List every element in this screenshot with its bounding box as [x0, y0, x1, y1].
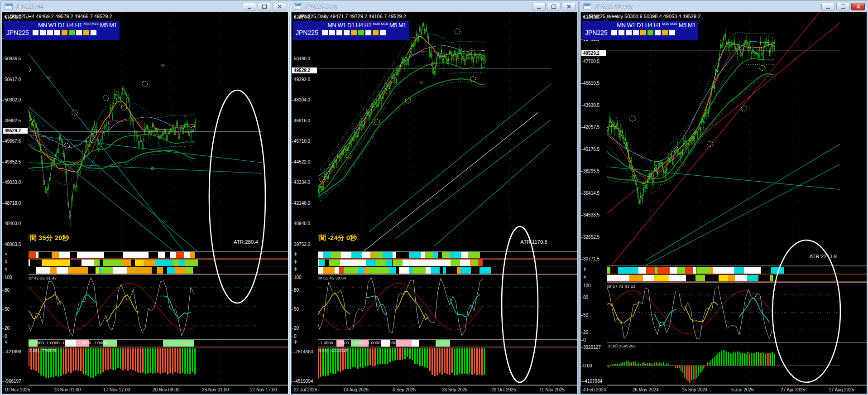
window-titlebar[interactable]: JPN225,Weekly	[580, 1, 868, 12]
timeframe-buttons[interactable]: MN W1 D1 H4 H1 M30 M15 M5 M1	[4, 21, 120, 29]
chart-window: JPN225,Weekly ▼JPN225,Weekly 50300.9 503…	[579, 0, 868, 395]
timeframe-labels-tail[interactable]: M5 M1	[389, 22, 406, 29]
date-tick: 25 Nov 01:00	[202, 387, 229, 392]
maximize-button[interactable]	[547, 3, 561, 10]
timeframe-square[interactable]	[669, 30, 675, 35]
symbol-panel: MN W1 D1 H4 H1 M30 M15 M5 M1 JPN225	[293, 21, 409, 40]
close-button[interactable]	[562, 3, 575, 10]
price-tick: 49292.0	[294, 77, 310, 82]
timeframe-square[interactable]	[344, 30, 350, 35]
date-tick: 17 Aug 2025	[829, 387, 854, 392]
timeframe-square[interactable]	[373, 30, 379, 35]
maximize-button[interactable]	[836, 3, 850, 10]
close-button[interactable]	[851, 3, 865, 10]
date-tick: 13 Aug 2025	[343, 387, 369, 392]
timeframe-square[interactable]	[640, 30, 646, 35]
oscillator-tick: 0	[294, 334, 297, 339]
price-tick: 40176.5	[583, 147, 599, 152]
timeframe-square[interactable]	[647, 30, 653, 35]
close-button[interactable]	[273, 3, 286, 10]
timeframe-labels-tail[interactable]: M5 M1	[100, 22, 117, 29]
minimize-button[interactable]	[821, 3, 835, 10]
chart-body[interactable]: ▼JPN225,Daily 49471.7 49729.2 49186.7 49…	[291, 12, 577, 394]
timeframe-square[interactable]	[91, 30, 96, 35]
price-chart[interactable]: ☼☼☼☼	[2, 12, 262, 251]
david-histogram	[291, 347, 551, 384]
price-chart[interactable]: ☼	[291, 12, 551, 251]
timeframe-square[interactable]	[655, 30, 661, 35]
david-histogram	[580, 343, 840, 384]
dropdown-arrow-icon[interactable]: ▼	[4, 15, 7, 19]
timeframe-square[interactable]	[633, 30, 639, 35]
date-axis: 10 Nov 202513 Nov 01:0017 Nov 17:0020 No…	[2, 385, 288, 394]
ohlc-text: JPN225,Daily 49471.7 49729.2 49186.7 495…	[298, 14, 406, 19]
window-controls	[532, 3, 575, 10]
timeframe-square[interactable]	[83, 30, 89, 35]
price-tick: 42057.5	[583, 125, 599, 130]
price-scale[interactable]: 52874.051686.050480.049292.048104.046916…	[291, 12, 318, 385]
window-title: JPN225,H4	[15, 4, 240, 10]
signal-strip	[580, 275, 867, 282]
dropdown-arrow-icon[interactable]: ▼	[293, 15, 297, 19]
timeframe-square[interactable]	[76, 30, 82, 35]
timeframe-square[interactable]	[662, 30, 668, 35]
timeframe-labels-main[interactable]: MN W1 D1 H4 H1	[617, 22, 661, 29]
oscillator-chart	[580, 283, 840, 342]
price-scale[interactable]: 53343.551462.547700.545819.543938.542057…	[580, 12, 607, 385]
timeframe-square[interactable]	[47, 30, 53, 35]
price-tick: 40940.0	[294, 221, 310, 226]
oscillator-pane: MAX_Oscillator 61 45 38 64	[291, 275, 577, 338]
price-chart[interactable]	[580, 12, 840, 265]
timeframe-square[interactable]	[351, 30, 357, 35]
timeframe-labels-small[interactable]: M30 M15	[662, 22, 677, 26]
minimize-button[interactable]	[532, 3, 546, 10]
david-tick: -966197	[5, 379, 21, 384]
timeframe-square[interactable]	[33, 30, 38, 35]
timeframe-square[interactable]	[336, 30, 342, 35]
timeframe-square[interactable]	[611, 30, 617, 35]
timeframe-square[interactable]	[62, 30, 67, 35]
price-tick: 49982.5	[5, 118, 21, 123]
timeframe-labels-tail[interactable]: M5 M1	[679, 22, 695, 29]
timeframe-square[interactable]	[69, 30, 75, 35]
window-controls	[821, 3, 865, 10]
date-tick: 4 Sep 2025	[393, 387, 416, 392]
price-tick: 48083.5	[5, 242, 21, 247]
strip-scale-marker-icon: ϕ	[294, 251, 297, 256]
price-tick: 50302.0	[5, 97, 21, 102]
timeframe-labels-small[interactable]: M30 M15	[83, 22, 98, 26]
timeframe-square[interactable]	[54, 30, 60, 35]
window-titlebar[interactable]: JPN225,H4	[1, 1, 289, 12]
timeframe-buttons[interactable]: MN W1 D1 H4 H1 M30 M15 M5 M1	[293, 21, 409, 29]
timeframe-square[interactable]	[380, 30, 386, 35]
timeframe-square[interactable]	[365, 30, 371, 35]
timeframe-square[interactable]	[619, 30, 624, 35]
price-tick: 50480.0	[294, 56, 310, 61]
oscillator-tick: 0	[583, 337, 586, 342]
window-title: JPN225,Daily	[305, 4, 529, 10]
timeframe-square[interactable]	[329, 30, 335, 35]
timeframe-labels-main[interactable]: MN W1 D1 H4 H1	[327, 22, 371, 29]
timeframe-square[interactable]	[40, 30, 46, 35]
date-axis: 22 Jul 202513 Aug 20254 Sep 202526 Sep 2…	[291, 385, 577, 394]
dropdown-arrow-icon[interactable]: ▼	[582, 15, 586, 19]
timeframe-square[interactable]	[358, 30, 364, 35]
window-titlebar[interactable]: JPN225,Daily	[290, 1, 578, 12]
price-tick: 49667.5	[5, 139, 21, 144]
timeframe-labels-main[interactable]: MN W1 D1 H4 H1	[38, 22, 82, 29]
current-price-box: 49529.2	[292, 67, 317, 73]
window-title: JPN225,Weekly	[594, 4, 819, 10]
minimize-button[interactable]	[243, 3, 256, 10]
timeframe-labels-small[interactable]: M30 M15	[373, 22, 388, 26]
current-price-box: 49529.2	[581, 50, 606, 56]
price-scale[interactable]: 51566.551251.550936.550617.050302.049982…	[2, 12, 29, 385]
timeframe-square[interactable]	[626, 30, 632, 35]
chart-body[interactable]: ▼JPN225,H4 49469.2 49579.2 49466.7 49529…	[2, 12, 288, 394]
current-price-box: 49529.2	[3, 128, 28, 134]
timeframe-buttons[interactable]: MN W1 D1 H4 H1 M30 M15 M5 M1	[582, 21, 698, 29]
timeframe-square[interactable]	[322, 30, 328, 35]
oscillator-tick: 50	[5, 307, 10, 312]
chart-body[interactable]: ▼JPN225,Weekly 50300.9 50398.4 49053.4 4…	[580, 12, 867, 394]
maximize-button[interactable]	[258, 3, 271, 10]
signal-strip	[291, 267, 577, 274]
